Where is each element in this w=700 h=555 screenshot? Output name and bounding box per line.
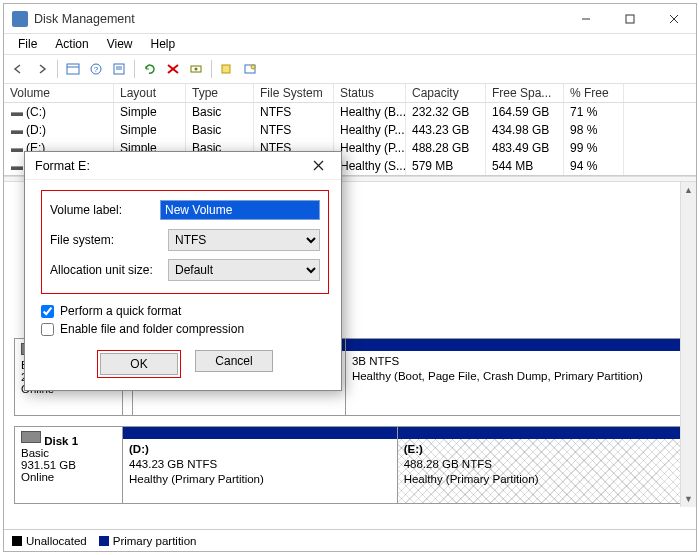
col-pctfree[interactable]: % Free: [564, 84, 624, 102]
dialog-buttons: OK Cancel: [41, 350, 329, 378]
dialog-body: Volume label: File system: NTFS Allocati…: [25, 180, 341, 390]
quick-format-checkbox[interactable]: [41, 305, 54, 318]
drive-icon: ▬: [10, 159, 24, 173]
volume-pct: 71 %: [564, 103, 624, 121]
back-button[interactable]: [8, 58, 30, 80]
attach-vhd-icon[interactable]: [239, 58, 261, 80]
forward-button[interactable]: [31, 58, 53, 80]
menu-file[interactable]: File: [10, 35, 45, 53]
minimize-button[interactable]: [564, 4, 608, 34]
ok-button[interactable]: OK: [100, 353, 178, 375]
separator: [57, 60, 58, 78]
legend: Unallocated Primary partition: [4, 529, 696, 551]
maximize-button[interactable]: [608, 4, 652, 34]
disk1-part-e[interactable]: (E:)488.28 GB NTFSHealthy (Primary Parti…: [398, 427, 685, 503]
refresh-button[interactable]: [139, 58, 161, 80]
disk1-part-d[interactable]: (D:)443.23 GB NTFSHealthy (Primary Parti…: [123, 427, 398, 503]
svg-point-17: [251, 65, 255, 69]
volume-free: 483.49 GB: [486, 139, 564, 157]
disk1-status: Online: [21, 471, 54, 483]
volume-status: Healthy (P...: [334, 121, 406, 139]
menu-action[interactable]: Action: [47, 35, 96, 53]
disk1-info: Disk 1 Basic 931.51 GB Online: [15, 427, 123, 503]
delete-button[interactable]: [162, 58, 184, 80]
volume-name: (C:): [26, 105, 46, 119]
volume-pct: 99 %: [564, 139, 624, 157]
col-layout[interactable]: Layout: [114, 84, 186, 102]
filesystem-label: File system:: [50, 233, 168, 247]
col-filesystem[interactable]: File System: [254, 84, 334, 102]
swatch-blue-icon: [99, 536, 109, 546]
separator: [134, 60, 135, 78]
volume-status: Healthy (P...: [334, 139, 406, 157]
disk1-size: 931.51 GB: [21, 459, 76, 471]
show-hide-tree-button[interactable]: [62, 58, 84, 80]
volume-label-input[interactable]: [160, 200, 320, 220]
quick-format-checkbox-row: Perform a quick format: [41, 304, 329, 318]
volume-status: Healthy (B...: [334, 103, 406, 121]
part-status: Healthy (Primary Partition): [129, 473, 264, 485]
allocation-unit-label: Allocation unit size:: [50, 263, 168, 277]
volume-capacity: 579 MB: [406, 157, 486, 175]
allocation-unit-select[interactable]: Default: [168, 259, 320, 281]
col-status[interactable]: Status: [334, 84, 406, 102]
volume-capacity: 232.32 GB: [406, 103, 486, 121]
dialog-titlebar: Format E:: [25, 152, 341, 180]
cancel-button[interactable]: Cancel: [195, 350, 273, 372]
svg-rect-15: [222, 65, 230, 73]
legend-unallocated-label: Unallocated: [26, 535, 87, 547]
format-dialog: Format E: Volume label: File system: NTF…: [24, 151, 342, 391]
volume-row[interactable]: ▬(C:) Simple Basic NTFS Healthy (B... 23…: [4, 103, 696, 121]
scroll-up-icon[interactable]: ▲: [681, 182, 696, 198]
volume-pct: 98 %: [564, 121, 624, 139]
ok-highlight: OK: [97, 350, 181, 378]
volume-layout: Simple: [114, 121, 186, 139]
swatch-black-icon: [12, 536, 22, 546]
svg-rect-4: [67, 64, 79, 74]
drive-icon: ▬: [10, 123, 24, 137]
menu-view[interactable]: View: [99, 35, 141, 53]
window-title: Disk Management: [34, 12, 564, 26]
help-button[interactable]: ?: [85, 58, 107, 80]
disk1-type: Basic: [21, 447, 49, 459]
disk-row-1[interactable]: Disk 1 Basic 931.51 GB Online (D:)443.23…: [14, 426, 686, 504]
disk-icon: [21, 431, 41, 443]
vertical-scrollbar[interactable]: ▲ ▼: [680, 182, 696, 507]
volume-capacity: 443.23 GB: [406, 121, 486, 139]
properties-button[interactable]: [108, 58, 130, 80]
close-button[interactable]: [652, 4, 696, 34]
quick-format-label: Perform a quick format: [60, 304, 181, 318]
part-status: Healthy (Primary Partition): [404, 473, 539, 485]
legend-primary-label: Primary partition: [113, 535, 197, 547]
scroll-down-icon[interactable]: ▼: [681, 491, 696, 507]
compression-label: Enable file and folder compression: [60, 322, 244, 336]
part-fs: 488.28 GB NTFS: [404, 458, 492, 470]
disk0-part2[interactable]: 3B NTFSHealthy (Boot, Page File, Crash D…: [346, 339, 685, 415]
part-status: Healthy (Boot, Page File, Crash Dump, Pr…: [352, 370, 643, 382]
volume-type: Basic: [186, 103, 254, 121]
svg-point-14: [195, 68, 198, 71]
drive-icon: ▬: [10, 141, 24, 155]
col-freespace[interactable]: Free Spa...: [486, 84, 564, 102]
col-volume[interactable]: Volume: [4, 84, 114, 102]
volume-pct: 94 %: [564, 157, 624, 175]
dialog-close-button[interactable]: [301, 154, 335, 178]
svg-rect-1: [626, 15, 634, 23]
part-fs: 443.23 GB NTFS: [129, 458, 217, 470]
part-title: (D:): [129, 443, 149, 455]
drive-icon: ▬: [10, 105, 24, 119]
compression-checkbox[interactable]: [41, 323, 54, 336]
part-fs: 3B NTFS: [352, 355, 399, 367]
volume-row[interactable]: ▬(D:) Simple Basic NTFS Healthy (P... 44…: [4, 121, 696, 139]
rescan-icon[interactable]: [185, 58, 207, 80]
volume-status: Healthy (S...: [334, 157, 406, 175]
menu-help[interactable]: Help: [143, 35, 184, 53]
new-volume-icon[interactable]: [216, 58, 238, 80]
volume-free: 164.59 GB: [486, 103, 564, 121]
svg-text:?: ?: [94, 65, 99, 74]
volume-capacity: 488.28 GB: [406, 139, 486, 157]
filesystem-select[interactable]: NTFS: [168, 229, 320, 251]
col-capacity[interactable]: Capacity: [406, 84, 486, 102]
volume-type: Basic: [186, 121, 254, 139]
col-type[interactable]: Type: [186, 84, 254, 102]
